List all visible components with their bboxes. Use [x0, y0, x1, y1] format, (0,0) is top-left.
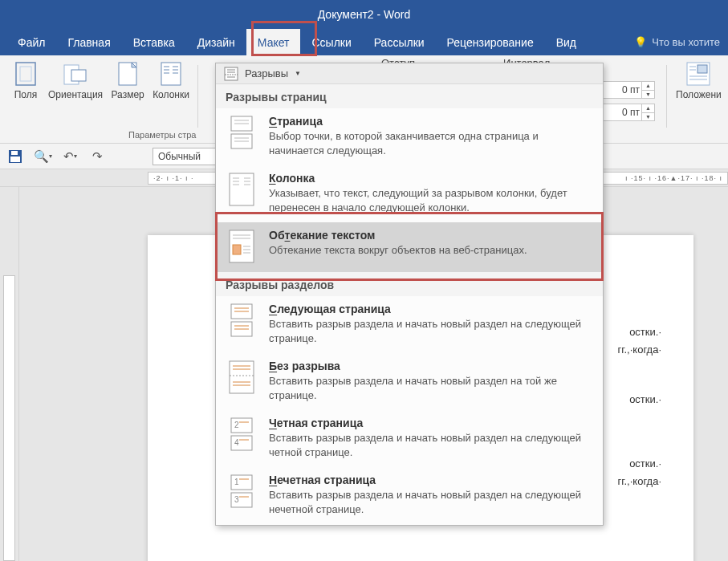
redo-icon[interactable]: ↷: [88, 148, 106, 165]
break-column-item[interactable]: Колонка Указывает, что текст, следующий …: [216, 165, 603, 222]
lightbulb-icon: 💡: [634, 36, 647, 48]
svg-rect-5: [161, 63, 181, 85]
break-odd-item[interactable]: 13 Нечетная страница Вставить разрыв раз…: [216, 467, 603, 524]
break-nextpage-item[interactable]: Следующая страница Вставить разрыв разде…: [216, 296, 603, 353]
vruler-strip: [3, 275, 15, 561]
page-break-icon: [227, 115, 256, 150]
columns-icon: [159, 62, 183, 86]
nextpage-break-icon: [227, 303, 256, 338]
svg-rect-13: [697, 65, 707, 73]
svg-rect-21: [225, 67, 238, 80]
ribbon-separator: [197, 65, 198, 128]
section-page-breaks: Разрывы страниц: [216, 84, 603, 108]
svg-rect-19: [11, 151, 18, 155]
spinner-arrows[interactable]: ▲▼: [641, 82, 654, 98]
svg-rect-40: [233, 245, 241, 254]
orientation-icon: [63, 62, 87, 86]
svg-text:4: 4: [234, 438, 239, 447]
save-icon[interactable]: [6, 148, 24, 165]
position-icon: [686, 62, 710, 86]
tell-me-search[interactable]: 💡 Что вы хотите: [626, 29, 728, 55]
ribbon-separator-2: [666, 65, 667, 128]
chevron-down-icon: ▼: [295, 70, 301, 77]
undo-icon[interactable]: ↶▾: [61, 148, 79, 165]
tab-layout[interactable]: Макет: [246, 29, 301, 55]
columns-button[interactable]: Колонки: [149, 62, 193, 100]
svg-text:1: 1: [234, 478, 239, 486]
tab-view[interactable]: Вид: [545, 29, 588, 55]
tab-home[interactable]: Главная: [56, 29, 121, 55]
breaks-dropdown: Разрывы ▼ Разрывы страниц Страница Выбор…: [215, 63, 604, 526]
menu-bar: Файл Главная Вставка Дизайн Макет Ссылки…: [0, 29, 728, 55]
svg-text:2: 2: [234, 421, 239, 429]
column-break-icon: [227, 172, 256, 207]
svg-rect-3: [71, 70, 86, 81]
break-textwrap-item[interactable]: Обтекание текстом Обтекание текста вокру…: [216, 222, 603, 272]
position-button[interactable]: Положени: [673, 62, 725, 100]
svg-rect-20: [10, 157, 20, 162]
break-continuous-item[interactable]: Без разрыва Вставить разрыв раздела и на…: [216, 353, 603, 410]
tab-review[interactable]: Рецензирование: [436, 29, 545, 55]
tab-design[interactable]: Дизайн: [186, 29, 246, 55]
break-even-item[interactable]: 24 Четная страница Вставить разрыв разде…: [216, 410, 603, 467]
breaks-icon: [224, 67, 238, 81]
margins-button[interactable]: Поля: [6, 62, 45, 100]
size-icon: [116, 62, 140, 86]
breaks-button[interactable]: Разрывы ▼: [216, 63, 603, 84]
textwrap-break-icon: [227, 229, 256, 264]
tab-references[interactable]: Ссылки: [300, 29, 362, 55]
search-icon[interactable]: 🔍▾: [34, 148, 51, 165]
svg-text:3: 3: [234, 495, 239, 504]
title-bar: Документ2 - Word: [0, 0, 728, 29]
evenpage-break-icon: 24: [227, 417, 256, 452]
style-selector[interactable]: Обычный: [153, 148, 217, 165]
orientation-button[interactable]: Ориентация: [45, 62, 106, 100]
svg-rect-1: [20, 67, 31, 81]
size-button[interactable]: Размер: [106, 62, 149, 100]
group-page-setup-label: Параметры стра: [128, 130, 196, 140]
oddpage-break-icon: 13: [227, 474, 256, 509]
svg-rect-0: [16, 63, 35, 85]
spinner-arrows[interactable]: ▲▼: [641, 104, 654, 120]
continuous-break-icon: [227, 360, 256, 395]
vertical-ruler[interactable]: [0, 187, 19, 561]
margins-icon: [14, 62, 38, 86]
tab-insert[interactable]: Вставка: [122, 29, 186, 55]
tab-file[interactable]: Файл: [6, 29, 56, 55]
section-section-breaks: Разрывы разделов: [216, 272, 603, 296]
tab-mailings[interactable]: Рассылки: [363, 29, 436, 55]
app-title: Документ2 - Word: [318, 8, 411, 21]
break-page-item[interactable]: Страница Выбор точки, в которой заканчив…: [216, 108, 603, 165]
